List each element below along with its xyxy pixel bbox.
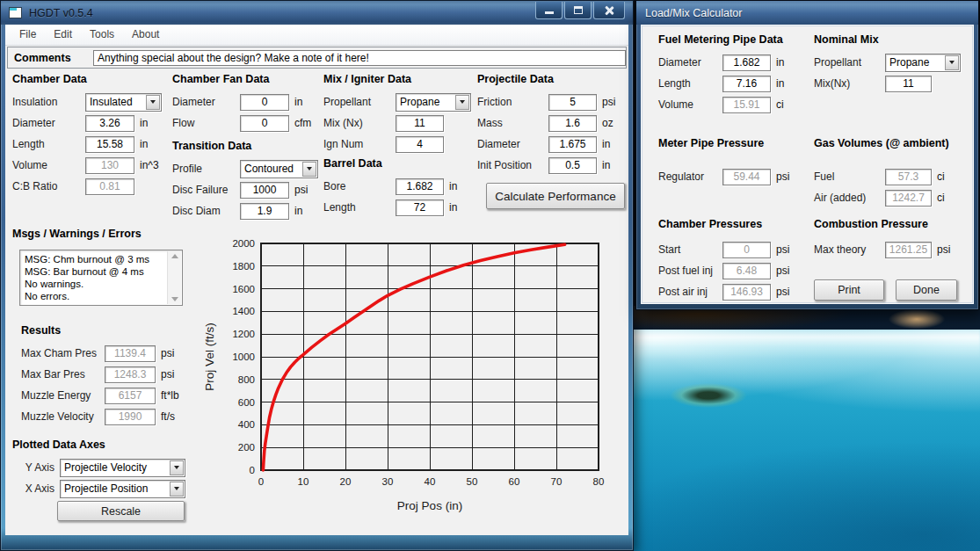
menu-item-about[interactable]: About — [123, 25, 168, 45]
profile-select[interactable]: Contoured — [240, 160, 318, 178]
field-label: Max theory — [814, 243, 880, 256]
message-line: No warnings. — [25, 278, 164, 290]
maximize-button[interactable] — [564, 2, 592, 19]
mass-field[interactable]: 1.6 — [548, 115, 597, 132]
field-unit: in — [776, 56, 784, 69]
field-label: Length — [658, 77, 717, 90]
propellant-select[interactable]: Propane — [396, 93, 471, 112]
field-label: Muzzle Energy — [21, 389, 99, 402]
close-button[interactable] — [593, 2, 625, 19]
disc-failure-field[interactable]: 1000 — [240, 182, 289, 199]
done-button[interactable]: Done — [896, 279, 957, 301]
length-field[interactable]: 7.16 — [722, 76, 771, 92]
chevron-down-icon[interactable] — [945, 55, 959, 70]
field-unit: ci — [776, 98, 784, 111]
section-nominal-mix: Nominal MixPropellantPropaneMix(Nx)11 — [814, 31, 961, 94]
field-unit: psi — [294, 184, 308, 196]
y-axis-select[interactable]: Projectile Velocity — [60, 459, 185, 477]
field-row-post-air-inj: Post air inj146.93psi — [658, 281, 789, 302]
muzzle-energy-field: 6157 — [105, 388, 156, 404]
length-field[interactable]: 15.58 — [85, 136, 134, 153]
scroll-down-icon[interactable] — [171, 297, 178, 301]
section-title: Barrel Data — [323, 155, 457, 176]
field-unit: psi — [776, 170, 789, 183]
x-axis-title: Proj Pos (in) — [397, 499, 462, 512]
diameter-field[interactable]: 1.675 — [548, 136, 597, 153]
propellant-select[interactable]: Propane — [885, 54, 961, 72]
friction-field[interactable]: 5 — [548, 94, 597, 111]
menu-item-file[interactable]: File — [11, 25, 45, 45]
max-theory-field: 1261.25 — [885, 242, 932, 258]
rescale-button[interactable]: Rescale — [57, 501, 185, 521]
svg-text:50: 50 — [467, 476, 478, 487]
performance-chart: 0102030405060708002004006008001000120014… — [200, 221, 626, 517]
y-axis-label: Y Axis — [12, 461, 54, 474]
mix-nx-field[interactable]: 11 — [396, 115, 444, 132]
field-row-mix-nx: Mix (Nx)11 — [323, 112, 471, 134]
print-button[interactable]: Print — [814, 279, 884, 301]
field-unit: in — [140, 117, 148, 129]
svg-text:10: 10 — [298, 476, 309, 487]
chevron-down-icon[interactable] — [455, 95, 469, 110]
main-client-area: Comments Anything special about the desi… — [5, 46, 628, 535]
field-label: Insulation — [12, 96, 80, 108]
field-unit: ft/s — [161, 410, 175, 423]
diameter-field[interactable]: 0 — [240, 94, 289, 111]
field-row-insulation: InsulationInsulated — [12, 91, 162, 112]
field-unit: psi — [602, 96, 615, 108]
field-unit: psi — [161, 347, 174, 359]
flow-field[interactable]: 0 — [240, 115, 289, 132]
field-row-disc-failure: Disc Failure1000psi — [172, 179, 318, 200]
menu-item-edit[interactable]: Edit — [45, 25, 81, 45]
calculator-titlebar[interactable]: Load/Mix Calculator — [636, 1, 978, 25]
calculate-performance-button[interactable]: Calculate Performance — [486, 183, 625, 209]
svg-text:70: 70 — [551, 476, 563, 487]
menu-item-tools[interactable]: Tools — [81, 25, 123, 45]
selected-value: Insulated — [86, 96, 146, 108]
chevron-down-icon[interactable] — [146, 95, 160, 110]
field-label: Max Cham Pres — [21, 347, 99, 359]
insulation-select[interactable]: Insulated — [85, 93, 162, 112]
field-row-propellant: PropellantPropane — [814, 52, 961, 73]
field-row-volume: Volume15.91ci — [658, 94, 784, 115]
mix-nx-field[interactable]: 11 — [885, 76, 932, 92]
length-field[interactable]: 72 — [396, 199, 444, 216]
field-row-flow: Flow0cfm — [172, 112, 311, 134]
field-unit: oz — [602, 117, 613, 129]
chevron-down-icon[interactable] — [170, 460, 184, 475]
field-label: Mix(Nx) — [814, 77, 880, 90]
section-chamber-data: Chamber DataInsulationInsulatedDiameter3… — [12, 70, 162, 197]
chevron-down-icon[interactable] — [170, 482, 184, 497]
messages-listbox[interactable]: MSG: Chm burnout @ 3 msMSG: Bar burnout … — [19, 250, 183, 306]
field-unit: in — [294, 205, 302, 217]
c-b-ratio-field: 0.81 — [85, 178, 134, 195]
init-position-field[interactable]: 0.5 — [548, 157, 597, 174]
diameter-field[interactable]: 3.26 — [85, 115, 134, 132]
section-chamber-pressures: Chamber PressuresStart0psiPost fuel inj6… — [658, 215, 789, 302]
scrollbar[interactable] — [167, 251, 181, 304]
chevron-down-icon[interactable] — [302, 162, 316, 177]
comments-input[interactable]: Anything special about the design? Make … — [93, 50, 626, 66]
section-transition-data: Transition DataProfileContouredDisc Fail… — [172, 137, 318, 221]
bore-field[interactable]: 1.682 — [396, 178, 444, 195]
svg-text:1200: 1200 — [232, 329, 255, 339]
field-row-start: Start0psi — [658, 239, 789, 260]
main-titlebar[interactable]: HGDT v0.5.4 — [1, 1, 633, 25]
max-cham-pres-field: 1139.4 — [105, 345, 156, 362]
field-label: Start — [658, 243, 717, 256]
field-unit: psi — [776, 286, 789, 298]
selected-value: Contoured — [241, 163, 302, 175]
field-label: Volume — [658, 98, 717, 111]
field-row-air-added: Air (added)1242.7ci — [814, 187, 949, 208]
field-row-c-b-ratio: C:B Ratio0.81 — [12, 176, 162, 197]
field-row-disc-diam: Disc Diam1.9in — [172, 200, 318, 221]
scroll-up-icon[interactable] — [171, 254, 178, 258]
disc-diam-field[interactable]: 1.9 — [240, 203, 289, 220]
x-axis-select[interactable]: Projectile Position — [60, 480, 185, 498]
diameter-field[interactable]: 1.682 — [722, 54, 771, 71]
ign-num-field[interactable]: 4 — [396, 136, 444, 153]
volume-field: 15.91 — [722, 97, 771, 113]
regulator-field: 59.44 — [722, 169, 771, 185]
load-mix-calculator-window: Load/Mix Calculator Fuel Metering Pipe D… — [635, 0, 979, 310]
minimize-button[interactable] — [535, 2, 563, 19]
